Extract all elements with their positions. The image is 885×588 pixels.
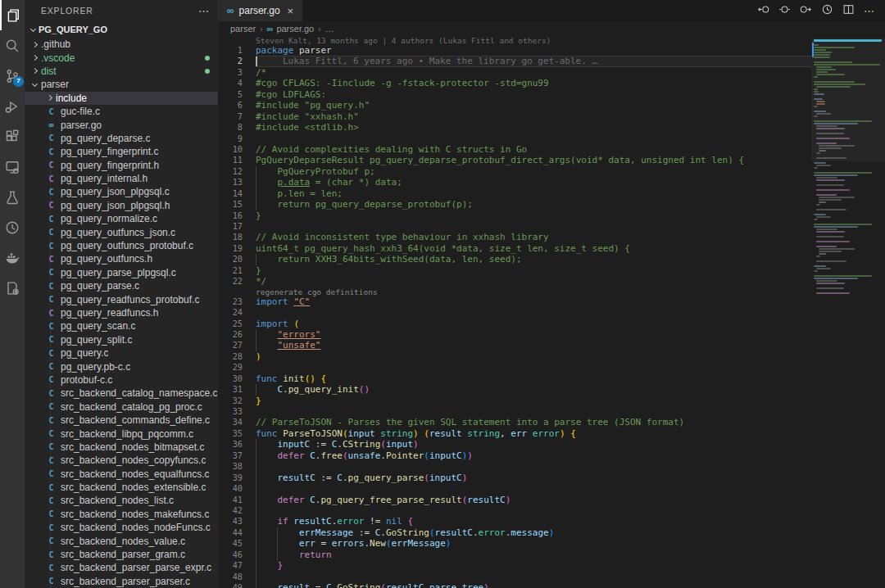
tree-item-pg-query-json-plpgsql-h[interactable]: Cpg_query_json_plpgsql.h [25,199,218,212]
tree-item-pg-query-outfuncs-json-c[interactable]: Cpg_query_outfuncs_json.c [25,225,218,238]
code-line-content[interactable] [256,572,811,582]
code-line-content[interactable] [256,461,811,472]
code-editor[interactable]: Steven Kalt, 13 months ago | 4 authors (… [218,36,811,588]
code-line-content[interactable]: uint64_t pg_query_hash_xxh3_64(void *dat… [256,243,811,254]
activity-bar-item-run-debug[interactable] [0,91,25,121]
tree-item-pg-query-deparse-c[interactable]: Cpg_query_deparse.c [25,132,218,145]
line-number[interactable]: 42 [218,505,256,516]
line-number[interactable]: 12 [218,166,256,177]
tree-item-src-backend-parser-parse-expr-c[interactable]: Csrc_backend_parser_parse_expr.c [25,561,218,574]
activity-bar-item-extensions[interactable] [0,121,25,152]
line-number[interactable]: 23 [218,296,256,307]
open-changes-next-icon[interactable] [800,3,812,19]
code-line-content[interactable]: Lukas Fittl, 6 years ago • Make the libr… [256,56,811,66]
tree-item-pg-query-split-c[interactable]: Cpg_query_split.c [25,333,218,346]
tree-item-protobuf-c-c[interactable]: Cprotobuf-c.c [25,373,218,387]
file-history-icon[interactable] [821,3,833,19]
code-line-content[interactable]: // Avoid complexities dealing with C str… [256,144,811,155]
tree-item-parser[interactable]: parser [25,78,218,91]
code-line-content[interactable]: #include <stdlib.h> [256,122,811,133]
line-number[interactable]: 24 [218,307,256,318]
split-editor-icon[interactable] [842,3,855,19]
code-line-content[interactable]: // Avoid inconsistent type behaviour in … [256,232,811,242]
line-number[interactable]: 38 [218,461,256,472]
code-line-content[interactable]: #cgo CFLAGS: -Iinclude -g -fstack-protec… [256,78,811,88]
activity-bar-item-gitlens[interactable] [0,212,25,242]
code-line-content[interactable] [256,483,811,494]
code-line-content[interactable]: return XXH3_64bits_withSeed(data, len, s… [256,254,811,265]
code-line-content[interactable]: C.pg_query_init() [256,384,811,395]
tree-item--github[interactable]: .github [25,38,218,51]
code-line-content[interactable]: inputC := C.CString(input) [256,439,811,450]
tree-item-dist[interactable]: dist [25,65,218,78]
line-number[interactable]: 4 [218,78,256,88]
line-number[interactable]: 10 [218,144,256,155]
tree-item-src-backend-nodes-value-c[interactable]: Csrc_backend_nodes_value.c [25,534,218,547]
line-number[interactable]: 28 [218,351,256,362]
tree-item-pg-query-parse-c[interactable]: Cpg_query_parse.c [25,279,218,292]
line-number[interactable]: 35 [218,428,256,439]
activity-bar-item-explorer[interactable] [0,0,25,30]
code-line-content[interactable]: } [256,210,811,221]
views-more-actions-icon[interactable]: ⋯ [198,5,210,17]
line-number[interactable]: 32 [218,396,256,406]
tree-item-src-backend-nodes-extensible-c[interactable]: Csrc_backend_nodes_extensible.c [25,481,218,494]
code-line-content[interactable] [256,362,811,373]
line-number[interactable]: 8 [218,122,256,133]
code-line-content[interactable]: PgQueryDeparseResult pg_query_deparse_pr… [256,155,811,165]
activity-bar-item-source-control[interactable]: 7 [0,61,25,91]
line-number[interactable]: 46 [218,550,256,560]
minimap[interactable] [811,36,885,588]
code-line-content[interactable]: } [256,396,811,406]
activity-bar-item-docker[interactable] [0,242,25,273]
line-number[interactable]: 26 [218,329,256,340]
line-number[interactable]: 22 [218,276,256,287]
code-line-content[interactable]: if resultC.error != nil { [256,516,811,527]
open-changes-previous-icon[interactable] [757,3,769,19]
tree-item-src-backend-nodes-nodefuncs-c[interactable]: Csrc_backend_nodes_nodeFuncs.c [25,521,218,534]
code-line-content[interactable] [256,133,811,144]
tree-item-include[interactable]: include [25,92,218,105]
tree-item-src-backend-nodes-bitmapset-c[interactable]: Csrc_backend_nodes_bitmapset.c [25,441,218,454]
tree-item-pg-query-c[interactable]: Cpg_query.c [25,346,218,360]
line-number[interactable]: 43 [218,516,256,527]
line-number[interactable]: 17 [218,221,256,232]
code-line-content[interactable]: errMessage := C.GoString(resultC.error.m… [256,527,811,538]
code-line-content[interactable]: /* [256,67,811,78]
code-line-content[interactable] [256,221,811,232]
code-line-content[interactable]: // ParseToJSON - Parses the given SQL st… [256,417,811,427]
line-number[interactable]: 5 [218,89,256,100]
code-line-content[interactable]: p.len = len; [256,188,811,199]
activity-bar-item-search[interactable] [0,30,25,61]
code-line-content[interactable] [256,307,811,318]
code-line-content[interactable]: defer C.pg_query_free_parse_result(resul… [256,495,811,505]
line-number[interactable]: 18 [218,232,256,242]
tree-item-pg-query-readfuncs-protobuf-c[interactable]: Cpg_query_readfuncs_protobuf.c [25,292,218,305]
line-number[interactable]: 21 [218,265,256,276]
code-line-content[interactable]: */ [256,276,811,287]
tree-item-src-backend-parser-parser-c[interactable]: Csrc_backend_parser_parser.c [25,575,218,588]
line-number[interactable]: 20 [218,254,256,265]
code-line-content[interactable]: PgQueryProtobuf p; [256,166,811,177]
tree-item-pg-query-internal-h[interactable]: Cpg_query_internal.h [25,172,218,185]
line-number[interactable]: 1 [218,45,256,56]
tree-item-src-backend-catalog-namespace-c[interactable]: Csrc_backend_catalog_namespace.c [25,387,218,400]
code-line-content[interactable]: "errors" [256,329,811,340]
tree-item-pg-query-fingerprint-h[interactable]: Cpg_query_fingerprint.h [25,159,218,172]
line-number[interactable]: 39 [218,473,256,483]
tree-item-src-backend-nodes-copyfuncs-c[interactable]: Csrc_backend_nodes_copyfuncs.c [25,454,218,467]
code-line-content[interactable]: package parser [256,45,811,56]
code-line-content[interactable]: result = C.GoString(resultC.parse_tree) [256,582,811,588]
code-line-content[interactable]: resultC := C.pg_query_parse(inputC) [256,473,811,483]
tree-item-src-backend-commands-define-c[interactable]: Csrc_backend_commands_define.c [25,414,218,427]
tree-item-guc-file-c[interactable]: Cguc-file.c [25,105,218,118]
line-number[interactable]: 37 [218,450,256,461]
line-number[interactable]: 47 [218,560,256,571]
line-number[interactable]: 2 [218,56,256,66]
line-number[interactable]: 34 [218,417,256,427]
code-line-content[interactable]: return [256,550,811,560]
line-number[interactable]: 9 [218,133,256,144]
line-number[interactable]: 31 [218,384,256,395]
tree-item-pg-query-fingerprint-c[interactable]: Cpg_query_fingerprint.c [25,145,218,158]
tree-item-src-backend-catalog-pg-proc-c[interactable]: Csrc_backend_catalog_pg_proc.c [25,400,218,414]
